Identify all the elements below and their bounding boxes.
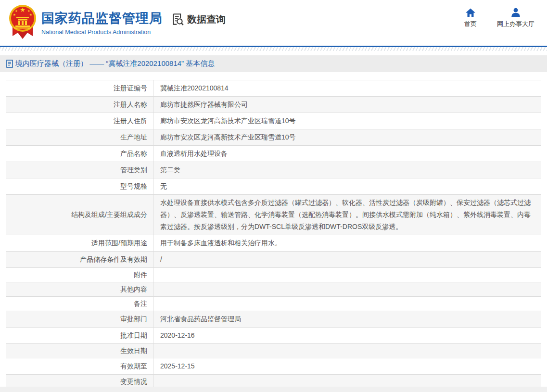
- table-row: 备注: [6, 296, 541, 311]
- row-value: 冀械注准20202100814: [153, 80, 541, 96]
- row-label: 注册人住所: [6, 113, 153, 129]
- user-icon: [510, 8, 521, 17]
- row-value: 第二类: [153, 162, 541, 178]
- row-value: 无: [153, 178, 541, 194]
- row-value: [153, 344, 541, 358]
- table-row: 注册人名称廊坊市捷然医疗器械有限公司: [6, 96, 541, 113]
- row-label: 产品名称: [6, 146, 153, 162]
- table-row: 其他内容: [6, 282, 541, 296]
- nav-home-label: 首页: [464, 20, 477, 28]
- row-label: 批准日期: [6, 328, 153, 343]
- header-nav: 首页 网上办事大厅: [464, 8, 534, 28]
- site-title: 国家药品监督管理局: [41, 10, 163, 27]
- row-label: 注册证编号: [6, 80, 153, 96]
- table-row: 注册人住所廊坊市安次区龙河高新技术产业区瑞雪道10号: [6, 113, 541, 129]
- row-value: /: [153, 252, 541, 267]
- row-label: 结构及组成/主要组成成分: [6, 195, 153, 235]
- row-value: [153, 268, 541, 282]
- document-icon: [6, 60, 13, 68]
- table-row: 型号规格无: [6, 178, 541, 194]
- row-label: 生产地址: [6, 129, 153, 145]
- info-table: 注册证编号冀械注准20202100814注册人名称廊坊市捷然医疗器械有限公司注册…: [6, 80, 541, 392]
- row-value: 廊坊市安次区龙河高新技术产业区瑞雪道10号: [153, 129, 541, 145]
- row-label: 其他内容: [6, 282, 153, 296]
- header: ★ ★ ★ ★ ★ 国家药品监督管理局 National Medical Pro…: [0, 0, 547, 46]
- data-query-section[interactable]: 数据查询: [171, 13, 226, 26]
- row-label: 注册人名称: [6, 97, 153, 113]
- data-query-icon: [171, 13, 184, 26]
- row-value: [153, 297, 541, 311]
- table-row: 审批部门河北省食品药品监督管理局: [6, 311, 541, 327]
- table-row: 注册证编号冀械注准20202100814: [6, 80, 541, 96]
- svg-text:★: ★: [13, 13, 16, 16]
- row-label: 备注: [6, 297, 153, 311]
- site-subtitle: National Medical Products Administration: [41, 29, 163, 36]
- nav-home[interactable]: 首页: [464, 8, 477, 28]
- row-label: 有效期至: [6, 358, 153, 374]
- data-query-label: 数据查询: [187, 13, 226, 26]
- home-icon: [465, 8, 476, 17]
- table-row: 有效期至2025-12-15: [6, 358, 541, 374]
- svg-text:★: ★: [15, 9, 18, 13]
- table-row: 产品名称血液透析用水处理设备: [6, 145, 541, 162]
- row-label: 适用范围/预期用途: [6, 235, 153, 251]
- nav-service-hall[interactable]: 网上办事大厅: [497, 8, 534, 28]
- row-value: 2020-12-16: [153, 328, 541, 343]
- table-row: 适用范围/预期用途用于制备多床血液透析和相关治疗用水。: [6, 235, 541, 251]
- row-label: 附件: [6, 268, 153, 282]
- row-value: 水处理设备直接供水模式包含多介质过滤器（罐式过滤器）、软化器、活性炭过滤器（炭吸…: [153, 195, 541, 235]
- table-row: 生产地址廊坊市安次区龙河高新技术产业区瑞雪道10号: [6, 129, 541, 145]
- svg-text:★: ★: [27, 9, 30, 13]
- table-row: 管理类别第二类: [6, 162, 541, 178]
- table-row: 结构及组成/主要组成成分水处理设备直接供水模式包含多介质过滤器（罐式过滤器）、软…: [6, 194, 541, 235]
- row-label: 型号规格: [6, 178, 153, 194]
- row-value: 河北省食品药品监督管理局: [153, 311, 541, 327]
- page-title-bar: 境内医疗器械（注册） —— “冀械注准20202100814” 基本信息: [0, 55, 547, 72]
- page-title: 境内医疗器械（注册） —— “冀械注准20202100814” 基本信息: [15, 59, 215, 68]
- row-value: 2025-12-15: [153, 358, 541, 374]
- row-value: [153, 282, 541, 296]
- svg-text:★: ★: [20, 6, 25, 13]
- national-emblem-icon: ★ ★ ★ ★ ★: [9, 3, 37, 42]
- footer-band: [0, 387, 547, 392]
- row-value: 廊坊市安次区龙河高新技术产业区瑞雪道10号: [153, 113, 541, 129]
- stripe-band: [0, 47, 547, 51]
- table-row: 批准日期2020-12-16: [6, 327, 541, 343]
- row-label: 管理类别: [6, 162, 153, 178]
- row-label: 生效日期: [6, 344, 153, 358]
- row-value: 廊坊市捷然医疗器械有限公司: [153, 97, 541, 113]
- brand: ★ ★ ★ ★ ★ 国家药品监督管理局 National Medical Pro…: [9, 3, 163, 42]
- table-row: 附件: [6, 267, 541, 282]
- row-label: 审批部门: [6, 311, 153, 327]
- row-value: 血液透析用水处理设备: [153, 146, 541, 162]
- table-row: 生效日期: [6, 343, 541, 358]
- nav-service-hall-label: 网上办事大厅: [497, 20, 534, 28]
- svg-text:★: ★: [29, 13, 32, 16]
- row-value: 用于制备多床血液透析和相关治疗用水。: [153, 235, 541, 251]
- table-row: 产品储存条件及有效期/: [6, 251, 541, 267]
- row-label: 产品储存条件及有效期: [6, 252, 153, 267]
